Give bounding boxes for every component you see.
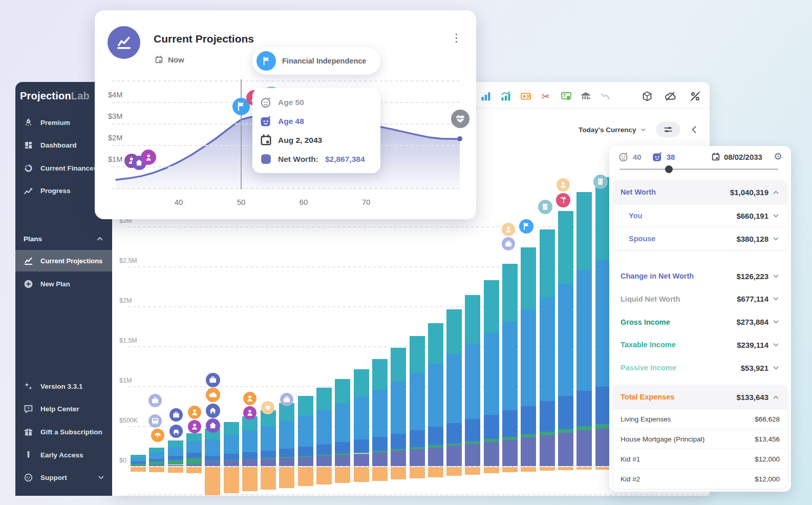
tooltip-row: Aug 2, 2043 — [260, 131, 380, 150]
person-icon[interactable] — [502, 223, 515, 236]
bar-segment — [279, 457, 294, 458]
bar-segment — [205, 439, 220, 456]
home-search-icon[interactable] — [206, 418, 220, 433]
bar-segment — [428, 448, 443, 466]
gridline — [112, 80, 460, 81]
age-purple-icon — [260, 115, 272, 128]
timeline-slider[interactable] — [619, 169, 778, 170]
current-projections-card: Current Projections Now ⋮ $4M$3M$2M$1M40… — [95, 10, 476, 219]
y-axis-label: $4M — [108, 91, 134, 99]
expense-row-living-expenses: Living Expenses$66,628 — [613, 409, 787, 429]
metric-row-passive-income[interactable]: Passive Income$53,921 — [613, 356, 787, 379]
bar-segment — [131, 461, 146, 463]
flask-icon — [24, 450, 33, 460]
briefcase-icon[interactable] — [502, 237, 515, 250]
stacked-bar[interactable] — [484, 82, 499, 496]
bar-segment — [279, 449, 294, 457]
net-worth-group: Net Worth $1,040,319 You$660,191Spouse$3… — [613, 180, 787, 250]
metric-row-gross-income[interactable]: Gross Income$273,884 — [613, 311, 787, 333]
sidebar-item-label: New Plan — [40, 280, 70, 288]
total-expenses-label: Total Expenses — [621, 393, 674, 401]
briefcase-icon[interactable] — [169, 408, 183, 422]
net-worth-sub-row-spouse[interactable]: Spouse$380,128 — [613, 227, 787, 250]
home-icon[interactable] — [206, 404, 220, 418]
stacked-bar[interactable] — [595, 82, 611, 496]
bar-segment — [502, 264, 518, 321]
palm-icon[interactable] — [556, 193, 570, 207]
y-axis-label: $1M — [119, 377, 132, 384]
bar-segment — [186, 458, 202, 465]
metric-row-taxable-income[interactable]: Taxable Income$239,114 — [613, 333, 787, 356]
row-label: Change in Net Worth — [621, 272, 694, 280]
sidebar-item-early-access[interactable]: Early Access — [15, 445, 112, 465]
cloud-icon[interactable] — [206, 388, 220, 402]
bar-segment — [410, 449, 425, 466]
bar-segment — [576, 430, 592, 466]
sidebar-item-new-plan[interactable]: New Plan — [15, 273, 112, 294]
bar-segment-negative — [372, 467, 388, 481]
tooltip-row-label: Net Worth: — [278, 155, 318, 164]
chevron-up-icon — [772, 188, 780, 196]
gear-icon[interactable]: ⚙ — [774, 151, 782, 162]
donut-icon — [24, 163, 33, 173]
graduation-icon[interactable] — [261, 401, 274, 414]
stacked-bar[interactable] — [558, 82, 573, 496]
bar-segment-negative — [168, 467, 183, 473]
age-gray-icon — [260, 96, 272, 109]
bus-icon[interactable] — [148, 414, 162, 428]
bar-segment — [316, 445, 332, 455]
sidebar-item-version-3-3-1[interactable]: Version 3.3.1 — [15, 376, 112, 396]
row-label: House Mortgage (Principal) — [621, 435, 704, 443]
stacked-bar[interactable] — [521, 82, 536, 496]
sidebar-item-help-center[interactable]: ?Help Center — [15, 399, 112, 419]
building-icon[interactable] — [538, 200, 552, 214]
sidebar-item-current-projections[interactable]: Current Projections — [15, 250, 112, 271]
net-worth-sub-row-you[interactable]: You$660,191 — [613, 204, 787, 227]
building-icon[interactable] — [593, 175, 608, 189]
person-icon[interactable] — [243, 406, 257, 419]
bar-segment — [316, 455, 332, 456]
sidebar-item-gift-a-subscription[interactable]: Gift a Subscription — [15, 422, 112, 442]
child-icon[interactable] — [141, 150, 156, 165]
stacked-bar[interactable] — [502, 82, 518, 496]
bar-segment-negative — [410, 467, 425, 478]
car-icon[interactable] — [169, 425, 183, 438]
bar-segment — [131, 464, 146, 466]
bar-segment — [372, 452, 388, 466]
bar-segment-negative — [428, 467, 443, 477]
bar-segment — [335, 453, 350, 454]
bar-segment — [316, 410, 332, 445]
x-axis-label: 60 — [295, 198, 312, 206]
bar-segment — [335, 455, 350, 466]
sidebar-section-plans[interactable]: Plans — [15, 229, 112, 248]
briefcase-icon[interactable] — [206, 373, 220, 387]
bar-segment — [316, 388, 332, 410]
chevron-down-icon — [772, 212, 780, 220]
total-expenses-header-row[interactable]: Total Expenses $133,643 — [613, 385, 787, 409]
person-icon[interactable] — [243, 392, 257, 405]
bar-segment — [428, 323, 443, 364]
briefcase-icon[interactable] — [148, 394, 162, 407]
sidebar-item-support[interactable]: Support — [15, 468, 112, 488]
age-spouse-icon — [652, 151, 663, 162]
bar-segment — [131, 466, 146, 466]
stacked-bar[interactable] — [576, 82, 592, 496]
bar-segment — [465, 295, 480, 344]
bar-segment — [261, 451, 276, 458]
flag-icon[interactable] — [519, 219, 533, 234]
stacked-bar[interactable] — [540, 82, 555, 496]
chart-cursor[interactable] — [241, 79, 242, 190]
umbrella-icon[interactable] — [151, 429, 164, 442]
person-icon[interactable] — [557, 178, 570, 192]
briefcase-icon[interactable] — [280, 393, 293, 406]
person-icon[interactable] — [188, 420, 201, 433]
heartbeat-icon[interactable] — [451, 110, 469, 128]
metric-row-change-in-net-worth[interactable]: Change in Net Worth$126,223 — [613, 265, 787, 287]
metric-row-liquid-net-worth[interactable]: Liquid Net Worth$677,114 — [613, 288, 787, 310]
x-axis-label: 70 — [357, 198, 375, 206]
bar-segment — [576, 391, 592, 427]
net-worth-header-row[interactable]: Net Worth $1,040,319 — [613, 180, 787, 204]
timeline-slider-handle[interactable] — [665, 165, 673, 173]
row-value: $53,921 — [741, 364, 780, 372]
person-icon[interactable] — [188, 406, 201, 419]
